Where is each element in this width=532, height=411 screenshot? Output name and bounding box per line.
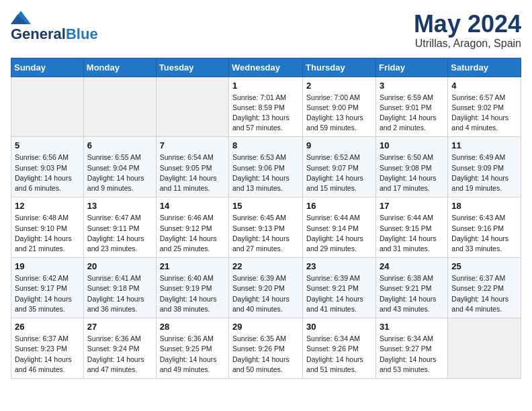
day-number: 23 [306,261,372,271]
day-number: 15 [232,201,299,211]
day-number: 8 [232,140,299,150]
header-day-sunday: Sunday [11,58,84,77]
day-number: 20 [87,261,152,271]
day-info: Sunrise: 6:38 AMSunset: 9:21 PMDaylight:… [380,273,444,314]
day-info: Sunrise: 6:52 AMSunset: 9:07 PMDaylight:… [306,152,372,193]
day-number: 21 [160,261,225,271]
day-info: Sunrise: 6:57 AMSunset: 9:02 PMDaylight:… [451,93,517,134]
week-row-3: 12Sunrise: 6:48 AMSunset: 9:10 PMDayligh… [11,197,521,258]
day-number: 5 [15,140,80,150]
calendar-cell: 24Sunrise: 6:38 AMSunset: 9:21 PMDayligh… [375,258,447,318]
calendar-cell: 19Sunrise: 6:42 AMSunset: 9:17 PMDayligh… [11,258,84,318]
day-info: Sunrise: 7:01 AMSunset: 8:59 PMDaylight:… [232,93,299,134]
day-number: 7 [160,140,225,150]
calendar-cell: 31Sunrise: 6:34 AMSunset: 9:27 PMDayligh… [375,318,447,379]
day-number: 3 [380,81,444,91]
day-info: Sunrise: 6:40 AMSunset: 9:19 PMDaylight:… [160,273,225,314]
calendar-cell: 29Sunrise: 6:35 AMSunset: 9:26 PMDayligh… [229,318,303,379]
calendar-cell: 17Sunrise: 6:44 AMSunset: 9:15 PMDayligh… [375,197,447,258]
calendar-cell: 1Sunrise: 7:01 AMSunset: 8:59 PMDaylight… [229,77,303,137]
calendar-cell: 2Sunrise: 7:00 AMSunset: 9:00 PMDaylight… [303,77,376,137]
day-info: Sunrise: 7:00 AMSunset: 9:00 PMDaylight:… [306,93,372,134]
page-header: GeneralBlue May 2024 Utrillas, Aragon, S… [11,11,521,50]
calendar-table: SundayMondayTuesdayWednesdayThursdayFrid… [11,58,521,379]
header-day-tuesday: Tuesday [156,58,228,77]
day-number: 24 [380,261,444,271]
day-info: Sunrise: 6:59 AMSunset: 9:01 PMDaylight:… [380,93,444,134]
day-number: 25 [451,261,517,271]
day-info: Sunrise: 6:54 AMSunset: 9:05 PMDaylight:… [160,152,225,193]
calendar-cell: 9Sunrise: 6:52 AMSunset: 9:07 PMDaylight… [303,137,376,197]
day-info: Sunrise: 6:47 AMSunset: 9:11 PMDaylight:… [87,213,152,254]
day-number: 13 [87,201,152,211]
day-info: Sunrise: 6:53 AMSunset: 9:06 PMDaylight:… [232,152,299,193]
day-info: Sunrise: 6:34 AMSunset: 9:26 PMDaylight:… [306,334,372,375]
calendar-cell: 13Sunrise: 6:47 AMSunset: 9:11 PMDayligh… [83,197,156,258]
calendar-cell: 18Sunrise: 6:43 AMSunset: 9:16 PMDayligh… [448,197,521,258]
calendar-cell: 27Sunrise: 6:36 AMSunset: 9:24 PMDayligh… [83,318,156,379]
calendar-cell: 7Sunrise: 6:54 AMSunset: 9:05 PMDaylight… [156,137,228,197]
calendar-cell: 30Sunrise: 6:34 AMSunset: 9:26 PMDayligh… [303,318,376,379]
calendar-cell: 15Sunrise: 6:45 AMSunset: 9:13 PMDayligh… [229,197,303,258]
day-info: Sunrise: 6:43 AMSunset: 9:16 PMDaylight:… [451,213,517,254]
calendar-cell: 21Sunrise: 6:40 AMSunset: 9:19 PMDayligh… [156,258,228,318]
calendar-cell [448,318,521,379]
day-info: Sunrise: 6:44 AMSunset: 9:14 PMDaylight:… [306,213,372,254]
day-number: 30 [306,322,372,332]
day-info: Sunrise: 6:36 AMSunset: 9:25 PMDaylight:… [160,334,225,375]
calendar-cell [11,77,84,137]
day-info: Sunrise: 6:37 AMSunset: 9:22 PMDaylight:… [451,273,517,314]
day-number: 28 [160,322,225,332]
month-title: May 2024 [414,11,521,38]
calendar-cell: 11Sunrise: 6:49 AMSunset: 9:09 PMDayligh… [448,137,521,197]
day-number: 6 [87,140,152,150]
day-info: Sunrise: 6:34 AMSunset: 9:27 PMDaylight:… [380,334,444,375]
day-number: 22 [232,261,299,271]
day-info: Sunrise: 6:44 AMSunset: 9:15 PMDaylight:… [380,213,444,254]
day-number: 29 [232,322,299,332]
day-number: 10 [380,140,444,150]
day-number: 18 [451,201,517,211]
week-row-4: 19Sunrise: 6:42 AMSunset: 9:17 PMDayligh… [11,258,521,318]
calendar-cell: 14Sunrise: 6:46 AMSunset: 9:12 PMDayligh… [156,197,228,258]
day-info: Sunrise: 6:50 AMSunset: 9:08 PMDaylight:… [380,152,444,193]
calendar-cell: 5Sunrise: 6:56 AMSunset: 9:03 PMDaylight… [11,137,84,197]
day-info: Sunrise: 6:42 AMSunset: 9:17 PMDaylight:… [15,273,80,314]
day-number: 4 [451,81,517,91]
calendar-cell: 25Sunrise: 6:37 AMSunset: 9:22 PMDayligh… [448,258,521,318]
day-number: 12 [15,201,80,211]
calendar-cell: 3Sunrise: 6:59 AMSunset: 9:01 PMDaylight… [375,77,447,137]
day-number: 14 [160,201,225,211]
calendar-cell: 4Sunrise: 6:57 AMSunset: 9:02 PMDaylight… [448,77,521,137]
title-block: May 2024 Utrillas, Aragon, Spain [414,11,521,50]
day-info: Sunrise: 6:41 AMSunset: 9:18 PMDaylight:… [87,273,152,314]
week-row-5: 26Sunrise: 6:37 AMSunset: 9:23 PMDayligh… [11,318,521,379]
day-number: 19 [15,261,80,271]
header-day-thursday: Thursday [303,58,376,77]
header-day-wednesday: Wednesday [229,58,303,77]
logo-blue-text: Blue [66,26,98,42]
day-number: 2 [306,81,372,91]
location-text: Utrillas, Aragon, Spain [414,38,521,50]
day-info: Sunrise: 6:35 AMSunset: 9:26 PMDaylight:… [232,334,299,375]
day-info: Sunrise: 6:55 AMSunset: 9:04 PMDaylight:… [87,152,152,193]
calendar-cell: 6Sunrise: 6:55 AMSunset: 9:04 PMDaylight… [83,137,156,197]
day-number: 26 [15,322,80,332]
day-number: 16 [306,201,372,211]
day-info: Sunrise: 6:49 AMSunset: 9:09 PMDaylight:… [451,152,517,193]
calendar-cell: 16Sunrise: 6:44 AMSunset: 9:14 PMDayligh… [303,197,376,258]
week-row-2: 5Sunrise: 6:56 AMSunset: 9:03 PMDaylight… [11,137,521,197]
header-day-friday: Friday [375,58,447,77]
calendar-cell [156,77,228,137]
day-info: Sunrise: 6:39 AMSunset: 9:20 PMDaylight:… [232,273,299,314]
day-info: Sunrise: 6:39 AMSunset: 9:21 PMDaylight:… [306,273,372,314]
logo-icon [11,11,31,24]
day-info: Sunrise: 6:45 AMSunset: 9:13 PMDaylight:… [232,213,299,254]
day-info: Sunrise: 6:48 AMSunset: 9:10 PMDaylight:… [15,213,80,254]
day-number: 31 [380,322,444,332]
calendar-cell: 12Sunrise: 6:48 AMSunset: 9:10 PMDayligh… [11,197,84,258]
day-number: 1 [232,81,299,91]
calendar-cell: 10Sunrise: 6:50 AMSunset: 9:08 PMDayligh… [375,137,447,197]
calendar-cell: 28Sunrise: 6:36 AMSunset: 9:25 PMDayligh… [156,318,228,379]
day-number: 9 [306,140,372,150]
